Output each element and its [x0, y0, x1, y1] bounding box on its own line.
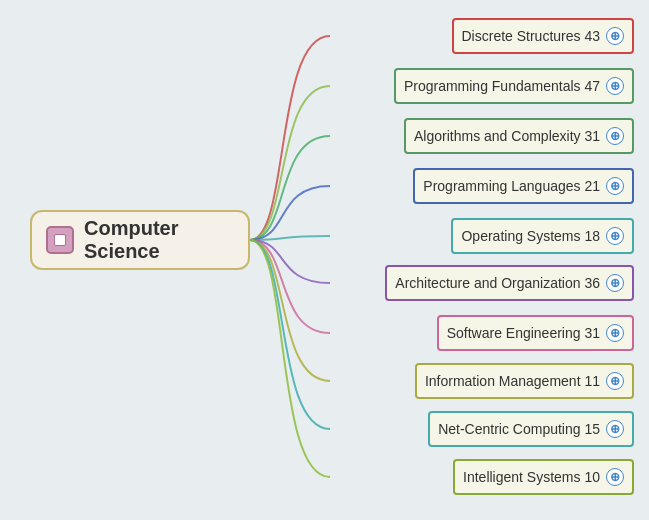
expand-btn-software-eng[interactable]: ⊕ [606, 324, 624, 342]
topic-node-intelligent[interactable]: Intelligent Systems 10⊕ [453, 459, 634, 495]
topic-node-programming-fund[interactable]: Programming Fundamentals 47⊕ [394, 68, 634, 104]
expand-btn-prog-languages[interactable]: ⊕ [606, 177, 624, 195]
topic-label-net-centric: Net-Centric Computing 15 [438, 421, 600, 437]
topic-node-operating-systems[interactable]: Operating Systems 18⊕ [451, 218, 634, 254]
expand-btn-operating-systems[interactable]: ⊕ [606, 227, 624, 245]
mind-map-canvas: Computer Science Discrete Structures 43⊕… [0, 0, 649, 520]
expand-btn-architecture[interactable]: ⊕ [606, 274, 624, 292]
topic-label-algorithms: Algorithms and Complexity 31 [414, 128, 600, 144]
topic-node-prog-languages[interactable]: Programming Languages 21⊕ [413, 168, 634, 204]
expand-btn-discrete[interactable]: ⊕ [606, 27, 624, 45]
central-node[interactable]: Computer Science [30, 210, 250, 270]
expand-btn-algorithms[interactable]: ⊕ [606, 127, 624, 145]
expand-btn-info-management[interactable]: ⊕ [606, 372, 624, 390]
topic-label-software-eng: Software Engineering 31 [447, 325, 600, 341]
topic-label-info-management: Information Management 11 [425, 373, 600, 389]
expand-btn-intelligent[interactable]: ⊕ [606, 468, 624, 486]
topic-label-discrete: Discrete Structures 43 [462, 28, 601, 44]
topic-node-architecture[interactable]: Architecture and Organization 36⊕ [385, 265, 634, 301]
cs-icon [46, 226, 74, 254]
expand-btn-net-centric[interactable]: ⊕ [606, 420, 624, 438]
topic-node-algorithms[interactable]: Algorithms and Complexity 31⊕ [404, 118, 634, 154]
topic-label-architecture: Architecture and Organization 36 [395, 275, 600, 291]
topic-label-programming-fund: Programming Fundamentals 47 [404, 78, 600, 94]
expand-btn-programming-fund[interactable]: ⊕ [606, 77, 624, 95]
topic-node-net-centric[interactable]: Net-Centric Computing 15⊕ [428, 411, 634, 447]
topic-label-operating-systems: Operating Systems 18 [461, 228, 600, 244]
topic-node-software-eng[interactable]: Software Engineering 31⊕ [437, 315, 634, 351]
topic-label-intelligent: Intelligent Systems 10 [463, 469, 600, 485]
topic-label-prog-languages: Programming Languages 21 [423, 178, 600, 194]
topic-node-info-management[interactable]: Information Management 11⊕ [415, 363, 634, 399]
topic-node-discrete[interactable]: Discrete Structures 43⊕ [452, 18, 635, 54]
central-node-label: Computer Science [84, 217, 234, 263]
